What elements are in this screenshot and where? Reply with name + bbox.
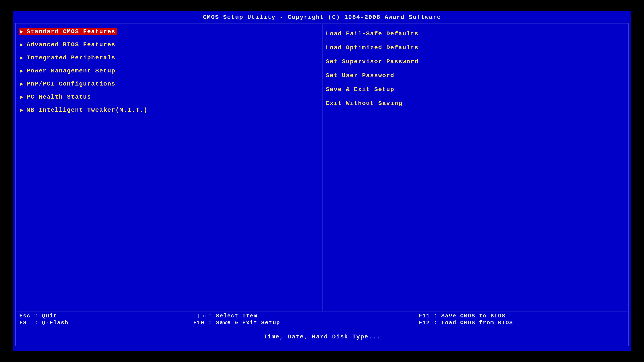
main-box: ▶ Standard CMOS Features ▶ Advanced BIOS… [15,23,629,346]
key-hint-f11: F11 : Save CMOS to BIOS [418,313,625,319]
menu-pc-health-status[interactable]: ▶ PC Health Status [19,93,93,101]
title-bar: CMOS Setup Utility - Copyright (C) 1984-… [15,13,629,23]
menu-label: Save & Exit Setup [326,86,394,93]
menu-mb-intelligent-tweaker[interactable]: ▶ MB Intelligent Tweaker(M.I.T.) [19,106,150,114]
menu-label: Exit Without Saving [326,100,402,107]
triangle-icon: ▶ [20,42,24,48]
bios-screen: CMOS Setup Utility - Copyright (C) 1984-… [13,11,631,351]
triangle-icon: ▶ [20,28,24,35]
triangle-icon: ▶ [20,107,24,113]
menu-label: Integrated Peripherals [26,54,116,61]
key-hint-f10: F10 : Save & Exit Setup [193,320,416,326]
title-text: CMOS Setup Utility - Copyright (C) 1984-… [203,14,441,20]
menu-label: PC Health Status [26,94,91,100]
menu-label: Load Fail-Safe Defaults [326,30,418,37]
menu-label: PnP/PCI Configurations [26,81,116,87]
key-hint-f8: F8 : Q-Flash [19,320,191,326]
menu-columns: ▶ Standard CMOS Features ▶ Advanced BIOS… [16,24,628,311]
hint-bar: Time, Date, Hard Disk Type... [16,328,628,345]
left-column: ▶ Standard CMOS Features ▶ Advanced BIOS… [16,24,322,311]
menu-set-user-password[interactable]: Set User Password [326,72,396,79]
triangle-icon: ▶ [20,55,24,61]
key-hint-arrows: ↑↓→←: Select Item [193,313,416,319]
hint-text: Time, Date, Hard Disk Type... [264,334,380,340]
menu-set-supervisor-password[interactable]: Set Supervisor Password [326,58,420,65]
menu-label: Advanced BIOS Features [26,41,116,48]
menu-label: Set User Password [326,72,394,79]
menu-load-fail-safe-defaults[interactable]: Load Fail-Safe Defaults [326,30,420,37]
triangle-icon: ▶ [20,81,24,87]
menu-advanced-bios-features[interactable]: ▶ Advanced BIOS Features [19,41,117,48]
key-hint-f12: F12 : Load CMOS from BIOS [418,320,625,326]
menu-label: Load Optimized Defaults [326,44,418,51]
menu-load-optimized-defaults[interactable]: Load Optimized Defaults [326,44,420,51]
key-hint-esc: Esc : Quit [19,313,191,319]
footer-keys: Esc : Quit ↑↓→←: Select Item F11 : Save … [16,311,628,328]
menu-label: MB Intelligent Tweaker(M.I.T.) [26,107,148,113]
menu-label: Power Management Setup [26,67,116,74]
triangle-icon: ▶ [20,68,24,74]
menu-power-management-setup[interactable]: ▶ Power Management Setup [19,67,117,75]
menu-save-and-exit-setup[interactable]: Save & Exit Setup [326,86,396,93]
menu-label: Standard CMOS Features [26,28,116,35]
menu-label: Set Supervisor Password [326,58,418,65]
menu-standard-cmos-features[interactable]: ▶ Standard CMOS Features [19,28,117,35]
right-column: Load Fail-Safe Defaults Load Optimized D… [322,24,628,311]
menu-pnp-pci-configurations[interactable]: ▶ PnP/PCI Configurations [19,80,117,88]
menu-integrated-peripherals[interactable]: ▶ Integrated Peripherals [19,54,117,61]
menu-exit-without-saving[interactable]: Exit Without Saving [326,100,404,107]
triangle-icon: ▶ [20,94,24,100]
